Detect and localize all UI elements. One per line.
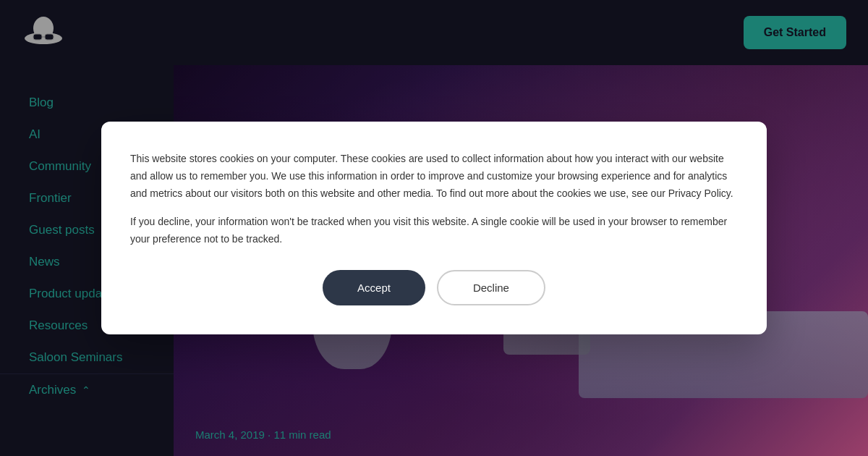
accept-button[interactable]: Accept (323, 270, 425, 305)
cookie-modal-overlay: This website stores cookies on your comp… (0, 0, 868, 456)
decline-button[interactable]: Decline (437, 270, 545, 305)
cookie-modal: This website stores cookies on your comp… (101, 122, 767, 334)
cookie-buttons: Accept Decline (130, 270, 738, 305)
cookie-paragraph-1: This website stores cookies on your comp… (130, 151, 738, 202)
cookie-paragraph-2: If you decline, your information won't b… (130, 214, 738, 248)
